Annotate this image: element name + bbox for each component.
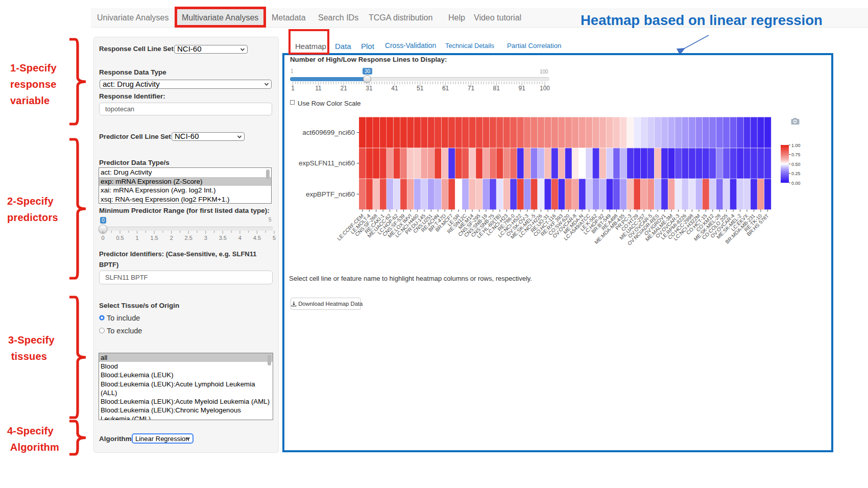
svg-text:0.25: 0.25 — [791, 171, 801, 176]
svg-text:expBPTF_nci60: expBPTF_nci60 — [306, 190, 355, 198]
svg-text:1.00: 1.00 — [791, 143, 801, 148]
svg-text:0.00: 0.00 — [791, 181, 801, 186]
svg-text:act609699_nci60: act609699_nci60 — [302, 129, 355, 136]
svg-text:0.75: 0.75 — [791, 152, 801, 157]
svg-text:0.50: 0.50 — [791, 162, 801, 167]
svg-text:expSLFN11_nci60: expSLFN11_nci60 — [299, 159, 355, 167]
